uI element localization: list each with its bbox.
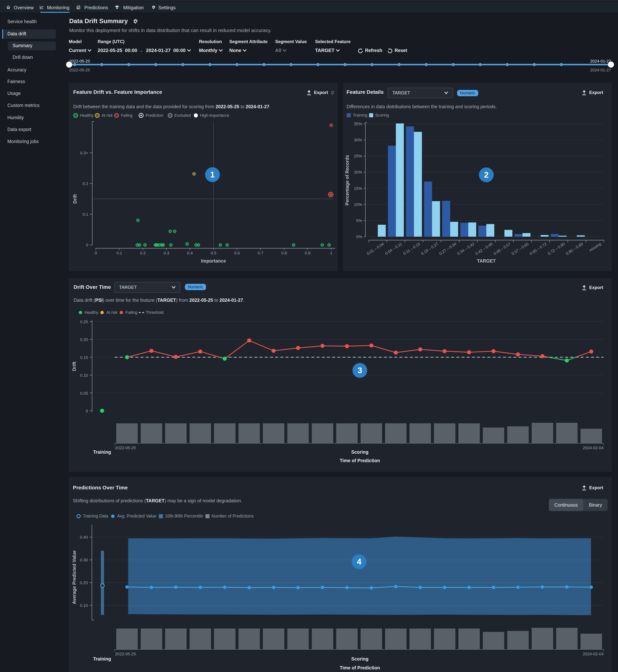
svg-text:0.10: 0.10: [80, 603, 88, 608]
svg-text:0.40: 0.40: [80, 535, 88, 539]
svg-text:Time of Prediction: Time of Prediction: [340, 665, 380, 670]
svg-text:0.30: 0.30: [80, 558, 88, 562]
svg-text:Scoring: Scoring: [351, 656, 369, 661]
svg-text:0.20: 0.20: [80, 580, 88, 585]
svg-text:Training: Training: [93, 656, 111, 661]
svg-text:2022-05-25: 2022-05-25: [115, 652, 136, 656]
svg-text:2024-02-04: 2024-02-04: [583, 652, 604, 656]
svg-text:Average Predicted Value: Average Predicted Value: [72, 550, 77, 604]
